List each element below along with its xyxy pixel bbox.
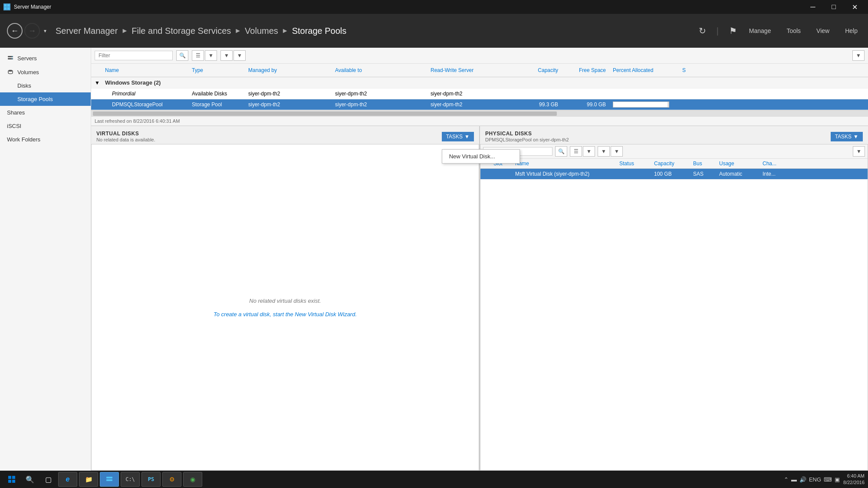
breadcrumb-volumes[interactable]: Volumes [245, 26, 278, 36]
network-icon[interactable]: ▬ [791, 476, 797, 483]
app6-taskbar-app[interactable]: ⚙ [162, 472, 181, 487]
pdisk-sort-btn[interactable]: ▼ [598, 146, 610, 157]
task-view-button[interactable]: ▢ [40, 472, 56, 487]
sidebar-item-iscsi[interactable]: iSCSI [0, 119, 91, 133]
sidebar-item-shares[interactable]: Shares [0, 106, 91, 119]
new-virtual-disk-item[interactable]: New Virtual Disk... [442, 150, 519, 163]
start-button[interactable] [3, 472, 20, 487]
table-header: Name Type Managed by Available to Read-W… [91, 64, 868, 77]
expand-button[interactable]: ▼ [852, 50, 865, 61]
back-button[interactable]: ← [7, 23, 23, 39]
pdisk-panel-title: PHYSICAL DISKS [485, 131, 569, 137]
horizontal-scrollbar[interactable] [91, 110, 868, 116]
sort-buttons: ▼ ▼ [220, 50, 246, 61]
pdisk-list-view[interactable]: ☰ [570, 146, 582, 157]
pth-name[interactable]: Name [513, 159, 617, 168]
app7-taskbar-app[interactable]: ◉ [183, 472, 202, 487]
sidebar-item-storage-pools[interactable]: Storage Pools [0, 92, 91, 106]
flag-icon[interactable]: ⚑ [729, 26, 737, 36]
sort-button[interactable]: ▼ [220, 50, 233, 61]
table-row[interactable]: Primordial Available Disks siyer-dpm-th2… [91, 88, 868, 99]
pdisk-sort-dropdown[interactable]: ▼ [611, 146, 623, 157]
list-view-dropdown[interactable]: ▼ [205, 50, 217, 61]
pth-capacity[interactable]: Capacity [651, 159, 690, 168]
nav-right: ↻ | ⚑ Manage Tools View Help [699, 26, 861, 36]
table-row-selected[interactable]: DPMSQLStoragePool Storage Pool siyer-dpm… [91, 99, 868, 110]
pdisk-search-button[interactable]: 🔍 [555, 146, 567, 157]
keyboard-icon[interactable]: ⌨ [824, 476, 832, 483]
th-percent[interactable]: Percent Allocated [609, 66, 679, 75]
scrollbar-thumb[interactable] [93, 111, 557, 116]
sidebar-item-servers[interactable]: Servers [0, 51, 91, 65]
search-button[interactable]: 🔍 [176, 50, 188, 61]
view-button[interactable]: View [813, 26, 833, 36]
cmd-icon: C:\ [125, 476, 135, 482]
th-rw-server[interactable]: Read-Write Server [427, 66, 523, 75]
th-available-to[interactable]: Available to [332, 66, 427, 75]
server-manager-taskbar-app[interactable] [100, 472, 119, 487]
cmd-taskbar-app[interactable]: C:\ [121, 472, 140, 487]
forward-button[interactable]: → [24, 23, 40, 39]
pth-bus[interactable]: Bus [690, 159, 717, 168]
pth-status[interactable]: Status [617, 159, 651, 168]
sort-dropdown[interactable]: ▼ [233, 50, 246, 61]
taskbar-left: 🔍 ▢ e 📁 C:\ PS ⚙ ◉ [3, 472, 202, 487]
row2-rw-server: siyer-dpm-th2 [427, 99, 523, 110]
maximize-button[interactable]: □ [824, 0, 844, 14]
search-taskbar-button[interactable]: 🔍 [22, 472, 38, 487]
filter-input[interactable] [95, 51, 173, 60]
nav-bar: ← → ▼ Server Manager ► File and Storage … [0, 14, 868, 48]
vdisk-tasks-dropdown: New Virtual Disk... [442, 149, 520, 164]
ie-taskbar-app[interactable]: e [58, 472, 77, 487]
pdisk-list-dropdown[interactable]: ▼ [583, 146, 595, 157]
refresh-button[interactable]: ↻ [699, 26, 706, 36]
breadcrumb: Server Manager ► File and Storage Servic… [56, 26, 692, 36]
row2-type: Storage Pool [188, 99, 245, 110]
pdisk-tasks-button[interactable]: TASKS ▼ [831, 132, 863, 141]
pdisk-status [617, 172, 651, 176]
ps-taskbar-app[interactable]: PS [141, 472, 161, 487]
th-free-space[interactable]: Free Space [562, 66, 609, 75]
group-expand-icon[interactable]: ▼ [91, 78, 102, 88]
create-vdisk-link[interactable]: To create a virtual disk, start the New … [214, 311, 357, 318]
volumes-label: Volumes [17, 69, 39, 75]
notification-icon[interactable]: ▣ [835, 476, 840, 483]
sidebar-item-volumes[interactable]: Volumes [0, 65, 91, 79]
pth-usage[interactable]: Usage [717, 159, 760, 168]
lang-label[interactable]: ENG [809, 476, 821, 483]
nav-history-dropdown[interactable]: ▼ [42, 23, 49, 39]
vdisk-tasks-button[interactable]: TASKS ▼ [442, 132, 474, 141]
pdisk-panel-subtitle: DPMSQLStoragePool on siyer-dpm-th2 [485, 137, 569, 142]
servers-icon [7, 55, 14, 62]
list-view-button[interactable]: ☰ [192, 50, 204, 61]
close-button[interactable]: ✕ [845, 0, 865, 14]
th-status[interactable]: S [679, 66, 713, 75]
volume-icon[interactable]: 🔊 [799, 476, 806, 483]
breadcrumb-file-storage[interactable]: File and Storage Services [132, 26, 231, 36]
th-managed-by[interactable]: Managed by [245, 66, 332, 75]
sidebar-item-disks[interactable]: Disks [0, 79, 91, 92]
pdisk-panel-content: 🔍 ☰ ▼ ▼ ▼ ▼ Slot [480, 144, 868, 471]
th-capacity[interactable]: Capacity [523, 66, 562, 75]
row2-free-space: 99.0 GB [562, 99, 609, 110]
tools-button[interactable]: Tools [783, 26, 804, 36]
taskbar: 🔍 ▢ e 📁 C:\ PS ⚙ ◉ ⌃ ▬ 🔊 ENG ⌨ ▣ [0, 471, 868, 488]
pdisk-expand-button[interactable]: ▼ [853, 146, 865, 157]
pth-chassis[interactable]: Cha... [760, 159, 786, 168]
up-arrow-icon[interactable]: ⌃ [784, 476, 789, 483]
th-name[interactable]: Name [102, 66, 188, 75]
pdisk-row[interactable]: Msft Virtual Disk (siyer-dpm-th2) 100 GB… [480, 169, 868, 180]
content: 🔍 ☰ ▼ ▼ ▼ ▼ Name Type Managed by [91, 48, 868, 471]
taskbar-time[interactable]: 6:40 AM 8/22/2016 [843, 473, 865, 486]
minimize-button[interactable]: ─ [803, 0, 823, 14]
sidebar-item-work-folders[interactable]: Work Folders [0, 133, 91, 146]
row1-capacity [523, 92, 562, 96]
disks-label: Disks [17, 82, 31, 89]
breadcrumb-server-manager[interactable]: Server Manager [56, 26, 118, 36]
th-type[interactable]: Type [188, 66, 245, 75]
explorer-taskbar-app[interactable]: 📁 [79, 472, 98, 487]
toolbar-expand[interactable]: ▼ [852, 50, 865, 61]
help-button[interactable]: Help [842, 26, 861, 36]
manage-button[interactable]: Manage [746, 26, 775, 36]
nav-back-fwd: ← → ▼ [7, 23, 49, 39]
